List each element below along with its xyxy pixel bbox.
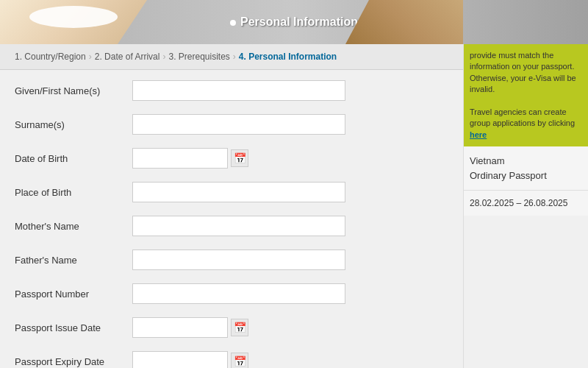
dob-row: Date of Birth 📅 [15, 145, 448, 171]
father-name-row: Father's Name [15, 247, 448, 273]
banner-title: Personal Information [230, 15, 358, 29]
given-name-label: Given/First Name(s) [15, 85, 132, 96]
top-banner: Personal Information [0, 0, 588, 44]
breadcrumb-step-3[interactable]: 3. Prerequisites [168, 52, 229, 62]
breadcrumb-sep-3: › [233, 52, 236, 62]
surname-input[interactable] [132, 114, 345, 135]
breadcrumb-sep-1: › [89, 52, 92, 62]
breadcrumb-step-1[interactable]: 1. Country/Region [15, 52, 86, 62]
passport-number-row: Passport Number [15, 280, 448, 307]
passport-expiry-wrapper: 📅 [132, 351, 248, 368]
left-panel: 1. Country/Region › 2. Date of Arrival ›… [0, 44, 463, 368]
dob-input[interactable] [132, 148, 228, 169]
given-name-input[interactable] [132, 80, 345, 101]
passport-line2: Ordinary Passport [470, 169, 582, 183]
right-panel: provide must match the information on yo… [463, 44, 588, 368]
passport-expiry-input[interactable] [132, 351, 228, 368]
passport-validity: 28.02.2025 – 26.08.2025 [464, 191, 588, 216]
surname-row: Surname(s) [15, 111, 448, 138]
passport-number-label: Passport Number [15, 289, 132, 300]
validity-dates: 28.02.2025 – 26.08.2025 [470, 198, 567, 208]
dob-label: Date of Birth [15, 153, 132, 164]
pob-input[interactable] [132, 182, 345, 202]
dob-input-wrapper: 📅 [132, 148, 248, 169]
banner-teeth [29, 6, 118, 28]
passport-expiry-row: Passport Expiry Date 📅 [15, 348, 448, 368]
passport-line1: Vietnam [470, 154, 582, 169]
dob-calendar-icon[interactable]: 📅 [231, 149, 248, 167]
given-name-row: Given/First Name(s) [15, 77, 448, 104]
father-name-input[interactable] [132, 250, 345, 270]
breadcrumb-sep-2: › [162, 52, 165, 62]
pob-row: Place of Birth [15, 179, 448, 205]
mother-name-row: Mother's Name [15, 213, 448, 239]
passport-issue-label: Passport Issue Date [15, 322, 132, 333]
passport-expiry-label: Passport Expiry Date [15, 356, 132, 367]
right-notice: provide must match the information on yo… [464, 44, 588, 146]
breadcrumb-step-2[interactable]: 2. Date of Arrival [95, 52, 160, 62]
passport-number-input[interactable] [132, 283, 345, 304]
father-name-label: Father's Name [15, 255, 132, 266]
personal-info-form: Given/First Name(s) Surname(s) Date of B… [0, 70, 463, 368]
breadcrumb: 1. Country/Region › 2. Date of Arrival ›… [0, 44, 463, 70]
breadcrumb-step-4[interactable]: 4. Personal Information [239, 52, 337, 62]
pob-label: Place of Birth [15, 187, 132, 198]
passport-expiry-calendar-icon[interactable]: 📅 [231, 353, 248, 368]
mother-name-input[interactable] [132, 216, 345, 236]
here-link[interactable]: here [470, 130, 487, 139]
passport-info-box: Vietnam Ordinary Passport [464, 146, 588, 191]
mother-name-label: Mother's Name [15, 221, 132, 232]
banner-image-right [345, 0, 463, 44]
passport-issue-wrapper: 📅 [132, 317, 248, 338]
passport-issue-row: Passport Issue Date 📅 [15, 314, 448, 341]
surname-label: Surname(s) [15, 119, 132, 130]
notice-text: provide must match the information on yo… [470, 51, 576, 93]
passport-issue-input[interactable] [132, 317, 228, 338]
travel-agency-text: Travel agencies can create group applica… [470, 107, 575, 127]
passport-issue-calendar-icon[interactable]: 📅 [231, 319, 248, 336]
